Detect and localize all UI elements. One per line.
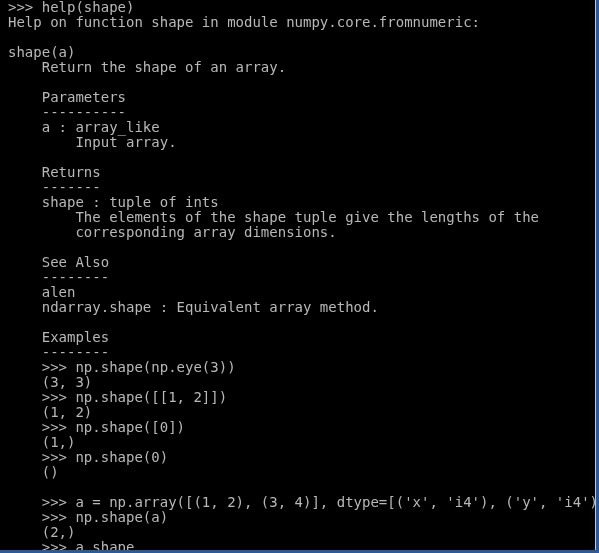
terminal-line: -------- (8, 270, 599, 285)
terminal-line: () (8, 465, 599, 480)
terminal-line (8, 315, 599, 330)
terminal-line: >>> np.shape([0]) (8, 420, 599, 435)
terminal-line: (2,) (8, 525, 599, 540)
terminal-line: ------- (8, 180, 599, 195)
terminal-line: Input array. (8, 135, 599, 150)
terminal-line (8, 30, 599, 45)
terminal-line (8, 75, 599, 90)
terminal-line: corresponding array dimensions. (8, 225, 599, 240)
terminal-line: The elements of the shape tuple give the… (8, 210, 599, 225)
terminal-line: Examples (8, 330, 599, 345)
terminal-line: (3, 3) (8, 375, 599, 390)
terminal-line: >>> np.shape(a) (8, 510, 599, 525)
terminal-line: ndarray.shape : Equivalent array method. (8, 300, 599, 315)
terminal-line (8, 480, 599, 495)
terminal-line: >>> np.shape(np.eye(3)) (8, 360, 599, 375)
terminal-line: Help on function shape in module numpy.c… (8, 15, 599, 30)
terminal-line: shape : tuple of ints (8, 195, 599, 210)
terminal-line: (1, 2) (8, 405, 599, 420)
terminal-line: See Also (8, 255, 599, 270)
terminal-line: a : array_like (8, 120, 599, 135)
terminal-line: >>> np.shape(0) (8, 450, 599, 465)
terminal-line: (1,) (8, 435, 599, 450)
terminal-line: >>> help(shape) (8, 0, 599, 15)
terminal-output[interactable]: >>> help(shape)Help on function shape in… (0, 0, 599, 553)
terminal-line: shape(a) (8, 45, 599, 60)
terminal-line: Return the shape of an array. (8, 60, 599, 75)
terminal-line (8, 150, 599, 165)
terminal-line: ---------- (8, 105, 599, 120)
terminal-line: >>> a = np.array([(1, 2), (3, 4)], dtype… (8, 495, 599, 510)
terminal-line: >>> np.shape([[1, 2]]) (8, 390, 599, 405)
terminal-line: Parameters (8, 90, 599, 105)
terminal-line: Returns (8, 165, 599, 180)
terminal-line (8, 240, 599, 255)
terminal-line: -------- (8, 345, 599, 360)
terminal-line: alen (8, 285, 599, 300)
